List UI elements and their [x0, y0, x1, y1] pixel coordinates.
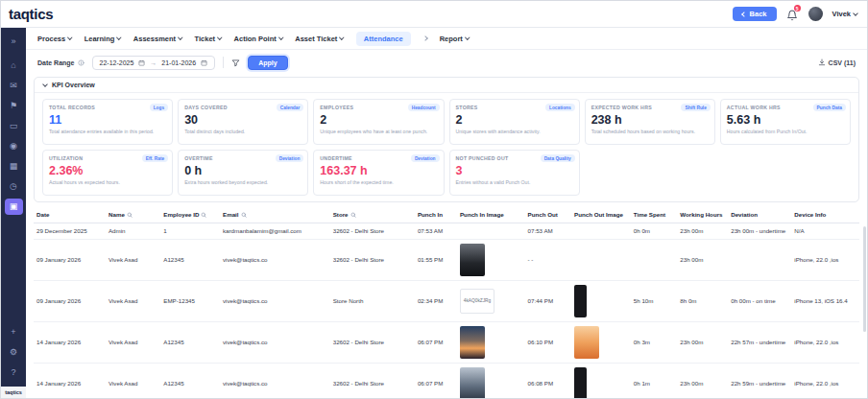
back-button[interactable]: Back — [733, 7, 777, 21]
search-icon[interactable] — [127, 212, 133, 218]
nav-item-learning[interactable]: Learning — [84, 35, 121, 43]
sidebar-item-messages[interactable]: ✉ — [5, 78, 23, 94]
kpi-card-undertime: UNDERTIME Deviation 163.37 h Hours short… — [313, 150, 444, 196]
cell-punch-out-image — [571, 240, 631, 281]
table-row: 09 January 2026 Vivek Asad A12345 vivek@… — [34, 240, 859, 281]
user-menu[interactable]: Vivek — [832, 10, 857, 18]
chevron-down-icon — [853, 11, 858, 16]
nav-item-report[interactable]: Report — [440, 35, 470, 43]
sidebar-item-monitor[interactable]: ▭ — [5, 118, 23, 134]
cell-name: Vivek Asad — [106, 364, 160, 398]
cell-punch-in: 01:55 PM — [415, 240, 457, 281]
kpi-badge: Headcount — [408, 104, 440, 111]
cell-email: vivek@taqtics.co — [220, 281, 330, 322]
cell-store: 32602 - Delhi Store — [330, 322, 415, 364]
sidebar-item-home[interactable]: ⌂ — [5, 58, 23, 74]
chevron-down-icon — [465, 35, 470, 40]
cell-punch-out: - - — [525, 240, 572, 281]
nav-item-assessment[interactable]: Assessment — [133, 35, 182, 43]
cell-deviation: 22h 57m - undertime — [728, 322, 791, 364]
cell-punch-out: 06:08 PM — [525, 364, 572, 398]
punch-in-photo[interactable] — [460, 326, 485, 359]
filter-funnel-icon[interactable] — [231, 59, 240, 67]
nav-item-action-point[interactable]: Action Point — [234, 35, 283, 43]
kpi-badge: Logs — [150, 104, 168, 111]
cell-time-spent: 5h 10m — [631, 281, 678, 322]
chevron-down-icon — [217, 35, 222, 40]
apply-button[interactable]: Apply — [248, 56, 287, 70]
sidebar-item-flag[interactable]: ⚑ — [5, 98, 23, 114]
sidebar-item-camera[interactable]: ◉ — [5, 138, 23, 154]
sidebar-expand-icon[interactable]: » — [5, 34, 23, 50]
sidebar-item-attendance[interactable]: ▣ — [5, 199, 23, 215]
download-icon — [818, 59, 826, 66]
cell-time-spent: 0h 1m — [631, 364, 678, 398]
kpi-badge: Deviation — [276, 154, 304, 162]
kpi-card-employees: EMPLOYEES Headcount 2 Unique employees w… — [313, 99, 444, 145]
vertical-scrollbar[interactable] — [863, 226, 866, 332]
sidebar-item-history[interactable]: ◷ — [5, 178, 23, 195]
nav-item-attendance[interactable]: Attendance — [356, 32, 411, 46]
export-csv-button[interactable]: CSV (11) — [818, 59, 856, 66]
punch-in-photo[interactable] — [460, 244, 485, 276]
top-bar: taqtics Back 5 Vivek — [1, 1, 867, 28]
nav-item-asset-ticket[interactable]: Asset Ticket — [295, 35, 344, 43]
kpi-value: 238 h — [591, 113, 709, 127]
search-icon[interactable] — [201, 212, 206, 218]
nav-item-process[interactable]: Process — [37, 35, 72, 43]
cell-device-info: iPhone, 22.0 ,ios — [791, 364, 859, 398]
sidebar-add-icon[interactable]: + — [5, 324, 23, 340]
kpi-badge: Calendar — [277, 104, 304, 111]
punch-out-photo[interactable] — [574, 326, 599, 359]
table-row: 14 January 2026 Vivek Asad A12345 vivek@… — [34, 364, 859, 398]
cell-punch-in-image — [457, 223, 525, 240]
kpi-overview-toggle[interactable]: KPI Overview — [35, 78, 858, 93]
cell-punch-in-image — [457, 322, 525, 364]
avatar[interactable] — [808, 7, 823, 21]
punch-out-photo[interactable] — [574, 367, 587, 398]
broken-image-label: 4kAQ0kZJRg — [463, 297, 493, 305]
nav-item-ticket[interactable]: Ticket — [195, 35, 222, 43]
col-header-date: Date — [34, 206, 106, 223]
cell-deviation: 0h 00m - on time — [728, 281, 791, 322]
col-header-punch-out-image: Punch Out Image — [571, 206, 631, 223]
cell-device-info: N/A — [791, 223, 859, 240]
cell-deviation: 22h 59m - undertime — [728, 364, 791, 398]
date-from-input[interactable]: 22-12-2025 — [100, 59, 134, 66]
calendar-icon — [201, 59, 207, 66]
cell-store: 32602 - Delhi Store — [330, 223, 415, 240]
kpi-value: 0 h — [184, 164, 301, 177]
cell-working-hours: 23h 00m — [677, 364, 728, 398]
date-range-picker[interactable]: 22-12-2025 21-01-2026 — [92, 56, 216, 70]
cell-punch-out: 07:53 AM — [525, 223, 572, 240]
cell-date: 14 January 2026 — [34, 322, 106, 364]
date-to-input[interactable]: 21-01-2026 — [161, 59, 196, 66]
punch-out-photo[interactable] — [574, 285, 587, 317]
notification-bell-icon[interactable]: 5 — [786, 8, 799, 20]
cell-employee-id: A12345 — [160, 322, 220, 364]
cell-name: Admin — [106, 223, 160, 240]
table-row: 14 January 2026 Vivek Asad A12345 vivek@… — [34, 322, 859, 364]
cell-punch-out-image — [571, 281, 631, 322]
chevron-down-icon — [42, 82, 48, 87]
kpi-card-not-punched-out: NOT PUNCHED OUT Data Quality 3 Entries w… — [449, 150, 580, 196]
cell-name: Vivek Asad — [106, 322, 160, 364]
punch-in-photo[interactable] — [460, 367, 485, 398]
search-icon[interactable] — [350, 212, 356, 218]
kpi-card-total-records: TOTAL RECORDS Logs 11 Total attendance e… — [42, 99, 173, 145]
sidebar-item-apps[interactable]: ▦ — [5, 158, 23, 175]
cell-email: vivek@taqtics.co — [220, 240, 330, 281]
kpi-card-expected-work-hrs: EXPECTED WORK HRS Shift Rule 238 h Total… — [585, 99, 715, 145]
search-icon[interactable] — [241, 212, 247, 218]
kpi-card-actual-work-hrs: ACTUAL WORK HRS Punch Data 5.63 h Hours … — [720, 99, 851, 145]
notification-badge: 5 — [794, 5, 801, 12]
col-header-employee-id: Employee ID — [160, 206, 220, 223]
table-row: 29 December 2025 Admin 1 kardmanbalamim@… — [34, 223, 859, 240]
cell-deviation: 23h 00m - undertime — [728, 223, 791, 240]
info-icon — [78, 59, 84, 66]
punch-in-photo[interactable]: 4kAQ0kZJRg — [460, 289, 494, 314]
cell-name: Vivek Asad — [106, 281, 160, 322]
chevron-left-icon — [741, 12, 747, 17]
sidebar-help-icon[interactable]: ? — [5, 364, 23, 381]
sidebar-settings-icon[interactable]: ⚙ — [5, 344, 23, 361]
